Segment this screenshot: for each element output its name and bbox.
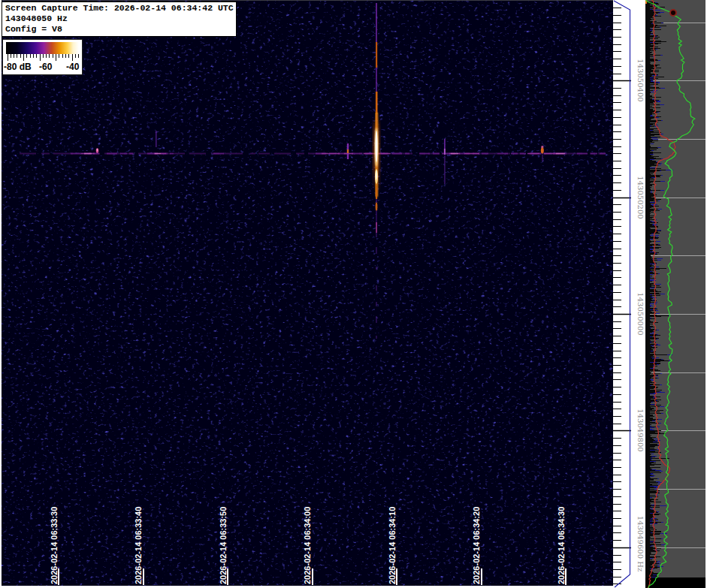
scale-label-min: -80 dB xyxy=(4,62,32,72)
time-tick-label: 2026-02-14 06:33:40 xyxy=(134,507,143,584)
capture-config-text: Config = V8 xyxy=(5,24,234,35)
scale-tick xyxy=(78,54,79,58)
frequency-tick-label: 143050400 xyxy=(636,59,645,102)
time-tick-label: 2026-02-14 06:34:20 xyxy=(472,507,481,584)
scale-tick xyxy=(59,54,59,58)
scale-tick xyxy=(62,54,63,58)
scale-tick xyxy=(75,54,76,58)
scale-label-mid: -60 xyxy=(39,62,52,72)
time-tick-label: 2026-02-14 06:33:50 xyxy=(219,507,228,584)
scale-label-max: -40 xyxy=(66,62,79,72)
peak-marker-dot xyxy=(670,10,676,16)
scale-tick xyxy=(72,54,73,61)
time-tick-label: 2026-02-14 06:34:00 xyxy=(303,507,312,584)
scale-tick xyxy=(33,54,34,58)
scale-tick xyxy=(65,54,66,58)
scale-tick xyxy=(68,54,69,58)
frequency-tick-label: 143049800 xyxy=(636,409,645,452)
spectrum-lab-screen: Screen Capture Time: 2026-02-14 06:34:42… xyxy=(0,0,707,588)
scale-tick xyxy=(56,54,56,61)
waterfall-display xyxy=(0,0,613,588)
border-left xyxy=(0,0,2,588)
panel-bottom-band xyxy=(645,577,705,588)
time-tick-mark xyxy=(227,568,228,585)
scale-tick xyxy=(14,54,14,58)
scale-tick xyxy=(23,54,24,61)
spectrum-side-panel xyxy=(645,0,705,588)
time-tick-label: 2026-02-14 06:33:30 xyxy=(50,507,59,584)
color-scale-ruler xyxy=(6,54,79,62)
color-gradient-bar xyxy=(6,42,79,54)
frequency-tick-label: 143050000 xyxy=(636,292,645,335)
time-tick-mark xyxy=(143,568,144,585)
scale-tick xyxy=(36,54,37,58)
capture-time-text: Screen Capture Time: 2026-02-14 06:34:42… xyxy=(5,3,234,14)
time-tick-mark xyxy=(481,568,482,585)
time-tick-mark xyxy=(396,568,397,585)
scale-tick xyxy=(26,54,27,58)
time-tick-mark xyxy=(312,568,313,585)
scale-tick xyxy=(46,54,47,58)
scale-tick xyxy=(11,54,11,58)
scale-tick xyxy=(49,54,50,58)
border-top xyxy=(0,0,613,1)
time-tick-label: 2026-02-14 06:34:10 xyxy=(388,507,397,584)
time-tick-mark xyxy=(565,568,567,585)
scale-tick xyxy=(8,54,8,61)
frequency-tick-label: 143049600 Hz xyxy=(636,516,645,571)
scale-tick xyxy=(20,54,21,58)
time-tick-mark xyxy=(58,568,59,585)
noise-texture xyxy=(0,0,613,588)
scale-tick xyxy=(30,54,31,58)
scale-tick xyxy=(53,54,53,58)
capture-info-box: Screen Capture Time: 2026-02-14 06:34:42… xyxy=(2,2,237,37)
scale-tick xyxy=(17,54,17,58)
scale-tick xyxy=(40,54,41,61)
frequency-tick-label: 143050200 xyxy=(636,176,645,219)
intensity-color-scale: -80 dB -60 -40 xyxy=(2,39,83,75)
scale-tick xyxy=(43,54,44,58)
capture-frequency-text: 143048050 Hz xyxy=(5,14,234,24)
time-tick-label: 2026-02-14 06:34:30 xyxy=(557,507,566,584)
